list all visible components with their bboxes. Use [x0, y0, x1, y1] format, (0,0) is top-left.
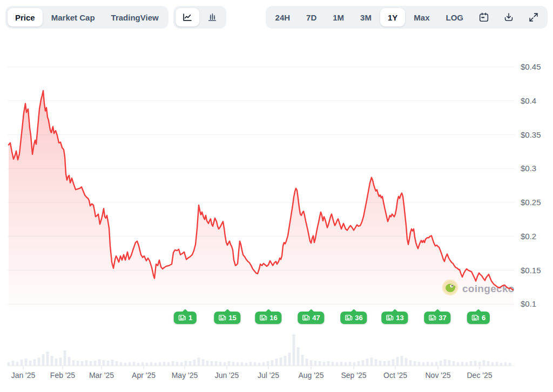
- newspaper-icon: [218, 314, 226, 322]
- volume-bar: [379, 361, 382, 366]
- volume-bar: [94, 361, 97, 366]
- newspaper-icon: [471, 314, 480, 322]
- volume-bar: [85, 360, 88, 366]
- volume-bar: [453, 361, 455, 366]
- news-count-badge[interactable]: 36: [340, 312, 367, 324]
- date-range-button[interactable]: [472, 8, 496, 26]
- volume-bar: [215, 361, 218, 366]
- news-count-badge[interactable]: 16: [255, 312, 281, 324]
- expand-icon: [528, 11, 539, 23]
- price-chart-widget: Price Market Cap TradingView: [0, 0, 553, 392]
- chart-toolbar: Price Market Cap TradingView: [5, 6, 548, 29]
- x-axis-label: Jun '25: [215, 371, 239, 380]
- news-count-badge[interactable]: 6: [467, 312, 490, 324]
- volume-bar: [64, 350, 66, 366]
- volume-bar: [297, 347, 300, 366]
- volume-bar: [150, 362, 153, 366]
- x-axis-label: Nov '25: [425, 371, 450, 380]
- volume-bar: [414, 361, 416, 366]
- volume-bar: [219, 362, 222, 366]
- volume-bar: [431, 362, 434, 366]
- download-chart-button[interactable]: [497, 8, 521, 26]
- tab-tradingview[interactable]: TradingView: [104, 8, 166, 26]
- volume-bar: [176, 362, 179, 366]
- x-axis-label: Jul '25: [258, 371, 279, 380]
- volume-bar: [21, 360, 23, 366]
- volume-bar: [422, 362, 425, 366]
- x-axis-label: Sep '25: [341, 371, 366, 380]
- news-count-badge[interactable]: 37: [424, 312, 450, 324]
- line-chart-button[interactable]: [176, 8, 199, 26]
- tab-market-cap[interactable]: Market Cap: [44, 8, 103, 26]
- news-count-badge[interactable]: 15: [214, 312, 240, 324]
- volume-bar: [280, 357, 282, 366]
- range-1m[interactable]: 1M: [325, 8, 352, 26]
- volume-bar: [491, 362, 494, 366]
- volume-bar: [206, 361, 209, 366]
- newspaper-icon: [302, 314, 310, 322]
- volume-bar: [301, 355, 304, 366]
- price-chart-plot[interactable]: coingecko $0.45$0.4$0.35$0.3$0.25$0.2$0.…: [0, 32, 553, 392]
- volume-bar: [427, 362, 429, 366]
- news-count: 6: [482, 314, 485, 322]
- volume-bar: [258, 363, 261, 366]
- range-3m[interactable]: 3M: [353, 8, 379, 26]
- volume-bar: [478, 362, 481, 366]
- volume-bar: [51, 356, 53, 366]
- range-24h[interactable]: 24H: [268, 8, 298, 26]
- volume-bar: [310, 360, 313, 366]
- x-axis-label: Oct '25: [383, 371, 407, 380]
- x-axis-label: Dec '25: [467, 371, 492, 380]
- volume-bar: [345, 362, 347, 366]
- range-max[interactable]: Max: [406, 8, 437, 26]
- volume-bar: [457, 362, 460, 366]
- fullscreen-button[interactable]: [522, 8, 545, 26]
- news-count-badge[interactable]: 13: [381, 312, 408, 324]
- volume-bar: [249, 362, 252, 366]
- range-7d[interactable]: 7D: [299, 8, 324, 26]
- volume-bar: [8, 362, 10, 366]
- volume-bar: [111, 360, 114, 366]
- volume-bar: [198, 357, 200, 366]
- volume-bar: [154, 363, 157, 366]
- volume-bar: [358, 361, 360, 366]
- volume-bar: [33, 359, 36, 366]
- x-axis-label: Apr '25: [132, 371, 156, 380]
- volume-bar: [483, 360, 485, 366]
- volume-bar: [500, 363, 503, 366]
- line-chart-icon: [181, 11, 193, 23]
- volume-bar: [72, 360, 75, 366]
- volume-bar: [466, 362, 468, 366]
- volume-bar: [107, 361, 110, 366]
- toggle-log-scale[interactable]: LOG: [439, 8, 471, 26]
- newspaper-icon: [428, 314, 436, 322]
- x-axis-label: May '25: [172, 371, 198, 380]
- price-line: [9, 91, 513, 290]
- news-count-badge[interactable]: 1: [174, 312, 197, 324]
- volume-bar: [167, 362, 170, 366]
- volume-bar: [293, 334, 295, 366]
- volume-bar: [284, 356, 287, 366]
- news-count-badge[interactable]: 47: [298, 312, 324, 324]
- volume-bar: [129, 362, 131, 366]
- newspaper-icon: [259, 314, 267, 322]
- volume-bar: [12, 361, 15, 366]
- volume-bar: [172, 361, 174, 366]
- view-switcher: Price Market Cap TradingView: [5, 6, 168, 29]
- news-count: 15: [228, 314, 236, 322]
- range-1y[interactable]: 1Y: [380, 8, 405, 26]
- volume-bar: [180, 362, 183, 366]
- x-axis-label: Mar '25: [89, 371, 114, 380]
- volume-bar: [405, 358, 408, 366]
- coingecko-watermark: coingecko: [442, 279, 515, 298]
- candlestick-chart-button[interactable]: [200, 8, 224, 26]
- volume-bar: [340, 362, 343, 366]
- volume-bar: [504, 362, 507, 366]
- volume-bar: [470, 361, 473, 366]
- volume-bar: [224, 362, 226, 366]
- volume-bar: [461, 362, 464, 366]
- tab-price[interactable]: Price: [8, 8, 43, 26]
- volume-bar: [146, 363, 149, 366]
- volume-bar: [401, 356, 403, 366]
- volume-bar: [59, 357, 62, 366]
